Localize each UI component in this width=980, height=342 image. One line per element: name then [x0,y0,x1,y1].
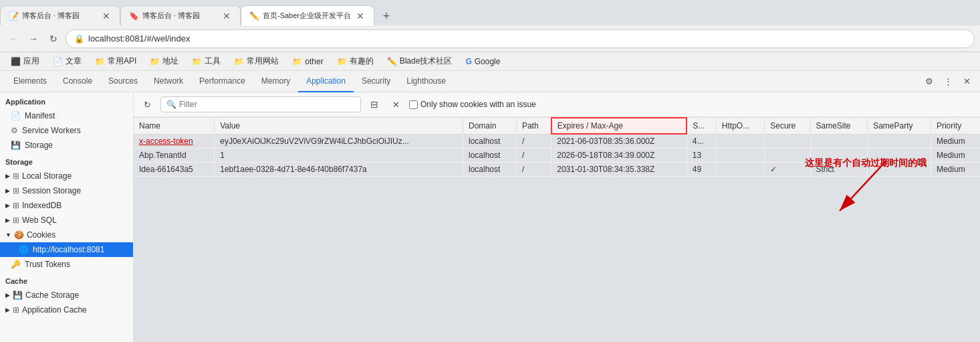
refresh-cookies-button[interactable]: ↻ [139,96,155,112]
tab-lighthouse[interactable]: Lighthouse [398,71,454,92]
sidebar-cache-storage-label: Cache Storage [25,290,79,300]
sidebar-section-cache: Cache [0,272,133,288]
bookmark-other-label: other [305,57,323,66]
sidebar-item-storage-label: Storage [25,141,53,150]
sidebar-item-manifest-label: Manifest [25,111,55,120]
back-button[interactable]: ← [5,31,21,47]
tab-memory[interactable]: Memory [253,71,298,92]
google-icon: G [465,57,471,66]
chevron-app-cache: ▶ [5,307,10,313]
sidebar-session-storage-label: Session Storage [22,186,81,195]
sidebar-web-sql[interactable]: ▶ ⊞ Web SQL [0,213,133,228]
sidebar-item-storage[interactable]: 💾 Storage [0,138,133,153]
col-domain: Domain [463,118,517,134]
sidebar-indexeddb[interactable]: ▶ ⊞ IndexedDB [0,198,133,213]
tab-1-close[interactable]: ✕ [101,10,112,22]
sidebar-local-storage-label: Local Storage [22,171,72,181]
chevron-cache-storage: ▶ [5,292,10,298]
trust-tokens-icon: 🔑 [11,260,21,269]
col-priority: Priority [931,118,980,134]
sidebar-item-trust-tokens[interactable]: 🔑 Trust Tokens [0,257,133,272]
bookmark-api-label: 常用API [108,56,136,67]
bookmark-blade[interactable]: ✏️ Blade技术社区 [382,54,458,68]
sidebar-local-storage[interactable]: ▶ ⊞ Local Storage [0,169,133,183]
sidebar-session-storage[interactable]: ▶ ⊞ Session Storage [0,183,133,198]
cell-path-2: / [516,149,551,163]
sidebar-item-localhost[interactable]: 🌐 http://localhost:8081 [0,242,133,257]
tab-2-title: 博客后台 · 博客园 [142,11,217,21]
sidebar-app-cache[interactable]: ▶ ⊞ Application Cache [0,303,133,317]
cell-httpo-3 [716,163,764,177]
sidebar-item-trust-tokens-label: Trust Tokens [25,260,70,269]
cell-secure-3: ✓ [765,163,810,177]
apps-icon: ⬛ [11,57,21,66]
tab-3-favicon: ✏️ [249,11,259,21]
tab-network[interactable]: Network [146,71,191,92]
tab-performance[interactable]: Performance [191,71,253,92]
folder-icon-4: 📁 [234,57,244,66]
sidebar-item-service-workers[interactable]: ⚙ Service Workers [0,123,133,138]
bookmark-address[interactable]: 📁 地址 [144,54,184,68]
chevron-web-sql: ▶ [5,217,10,224]
more-options-button[interactable]: ⋮ [940,74,956,90]
chevron-local-storage: ▶ [5,173,10,179]
devtools-toolbar-right: ⚙ ⋮ ✕ [921,74,975,90]
lock-icon: 🔒 [74,34,84,44]
devtools-body: Application 📄 Manifest ⚙ Service Workers… [0,92,980,342]
bookmark-other[interactable]: 📁 other [287,56,328,68]
sidebar-cookies[interactable]: ▼ 🍪 Cookies [0,228,133,242]
sidebar-item-manifest[interactable]: 📄 Manifest [0,108,133,123]
cell-size-1: 4... [687,134,716,149]
bookmark-api[interactable]: 📁 常用API [90,54,142,68]
tab-3[interactable]: ✏️ 首页-Saber企业级开发平台 ✕ [241,5,374,25]
bookmark-common-sites[interactable]: 📁 常用网站 [229,54,284,68]
folder-icon-5: 📁 [292,57,302,66]
sidebar-app-cache-label: Application Cache [22,305,87,315]
bookmark-google[interactable]: G Google [460,56,505,68]
close-devtools-button[interactable]: ✕ [959,74,975,90]
tab-console[interactable]: Console [55,71,100,92]
devtools-toolbar: Elements Console Sources Network Perform… [0,71,980,92]
tab-security[interactable]: Security [354,71,398,92]
new-tab-button[interactable]: + [377,7,396,25]
reload-button[interactable]: ↻ [45,31,62,47]
cell-secure-1 [765,134,810,149]
cache-storage-icon: 💾 [13,290,23,300]
col-secure: Secure [765,118,810,134]
settings-button[interactable]: ⚙ [921,74,937,90]
tab-2-close[interactable]: ✕ [221,10,232,22]
bookmark-tools[interactable]: 📁 工具 [187,54,226,68]
only-issues-checkbox-label[interactable]: Only show cookies with an issue [409,100,536,109]
filter-input[interactable] [179,100,355,109]
only-issues-checkbox[interactable] [409,100,418,109]
forward-button[interactable]: → [25,31,41,47]
tab-elements[interactable]: Elements [5,71,55,92]
cell-samesite-1 [810,134,868,149]
bookmark-article[interactable]: 📄 文章 [47,54,87,68]
col-path: Path [516,118,551,134]
local-storage-icon: ⊞ [13,171,19,181]
tab-application[interactable]: Application [298,71,354,92]
bookmark-common-sites-label: 常用网站 [247,56,279,67]
chevron-indexeddb: ▶ [5,202,10,209]
filter-settings-button[interactable]: ⊟ [366,96,382,112]
clear-filter-button[interactable]: ✕ [388,96,404,112]
address-bar[interactable]: 🔒 localhost:8081/#/wel/index [66,29,975,48]
col-expires: Expires / Max-Age [552,118,687,134]
table-row[interactable]: x-access-token eyJ0eXAiOiJKc29uV2ViVG9rZ… [134,134,980,149]
cell-value-1: eyJ0eXAiOiJKc29uV2ViVG9rZW4iLCJhbGciOiJI… [215,134,463,149]
tab-2[interactable]: 🔖 博客后台 · 博客园 ✕ [120,5,241,25]
chevron-cookies: ▼ [5,232,11,238]
sidebar-cache-storage[interactable]: ▶ 💾 Cache Storage [0,288,133,303]
main-content: ↻ 🔍 ⊟ ✕ Only show cookies with an issue [134,92,980,342]
tab-sources[interactable]: Sources [100,71,146,92]
col-name: Name [134,118,215,134]
bookmark-interesting[interactable]: 📁 有趣的 [332,54,379,68]
bookmark-apps[interactable]: ⬛ 应用 [5,54,45,68]
tab-1[interactable]: 📝 博客后台 · 博客园 ✕ [0,5,120,25]
cell-priority-1: Medium [931,134,980,149]
tab-3-close[interactable]: ✕ [355,10,366,22]
cell-value-3: 1ebf1aee-0328-4d71-8e46-f40b86f7437a [215,163,463,177]
filter-icon: 🔍 [166,100,176,109]
cell-expires-2: 2026-05-18T08:34:39.000Z [552,149,687,163]
